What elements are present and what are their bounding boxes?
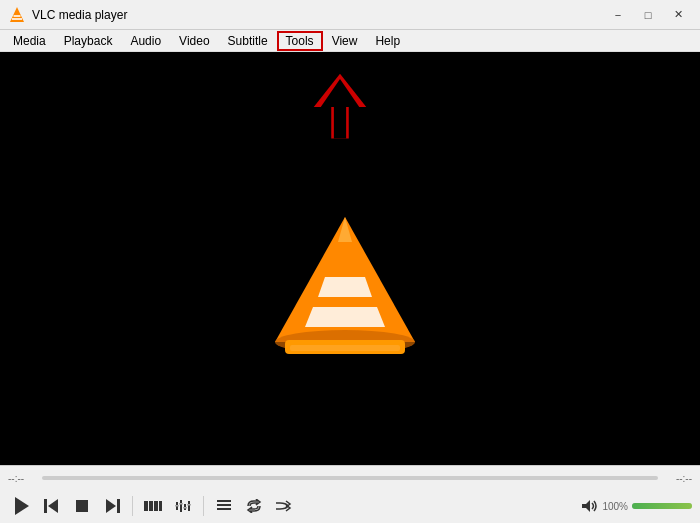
menu-item-subtitle[interactable]: Subtitle [219,31,277,51]
svg-marker-9 [318,277,372,297]
svg-rect-22 [159,501,162,511]
skip-forward-icon [104,499,120,513]
svg-rect-13 [290,345,400,351]
loop-icon [246,499,262,513]
svg-rect-24 [180,500,182,512]
volume-fill [632,503,692,509]
arrow-annotation [310,72,370,142]
svg-rect-29 [183,507,187,509]
skip-back-icon [44,499,60,513]
stop-button[interactable] [68,492,96,520]
equalizer-icon [175,499,191,513]
svg-rect-26 [188,501,190,511]
svg-rect-20 [149,501,153,511]
minimize-button[interactable]: − [604,5,632,25]
svg-rect-28 [179,503,183,505]
progress-track[interactable] [42,476,658,480]
svg-rect-2 [14,15,21,17]
svg-marker-36 [582,500,590,512]
volume-area: 100% [582,499,692,513]
svg-marker-8 [305,307,385,327]
svg-rect-19 [144,501,148,511]
previous-button[interactable] [38,492,66,520]
next-button[interactable] [98,492,126,520]
video-area[interactable] [0,52,700,465]
frame-icon [144,499,162,513]
svg-rect-27 [175,505,179,507]
menu-item-tools[interactable]: Tools [277,31,323,51]
volume-percent: 100% [602,501,628,512]
svg-rect-5 [334,107,346,139]
time-remaining: --:-- [662,473,692,484]
separator-2 [203,496,204,516]
random-button[interactable] [270,492,298,520]
menu-item-help[interactable]: Help [366,31,409,51]
play-button[interactable] [8,492,36,520]
svg-marker-18 [106,499,116,513]
svg-rect-14 [44,499,47,513]
volume-bar[interactable] [632,503,692,509]
volume-icon [582,499,598,513]
maximize-button[interactable]: □ [634,5,662,25]
menubar: Media Playback Audio Video Subtitle Tool… [0,30,700,52]
svg-rect-33 [217,508,231,510]
window-controls: − □ ✕ [604,5,692,25]
playlist-button[interactable] [210,492,238,520]
svg-rect-17 [117,499,120,513]
play-icon [15,497,29,515]
equalizer-button[interactable] [169,492,197,520]
random-icon [276,499,292,513]
frame-button[interactable] [139,492,167,520]
menu-item-audio[interactable]: Audio [121,31,170,51]
close-button[interactable]: ✕ [664,5,692,25]
loop-button[interactable] [240,492,268,520]
menu-item-video[interactable]: Video [170,31,218,51]
svg-marker-15 [48,499,58,513]
controls-row: 100% [0,488,700,523]
vlc-logo [270,212,420,362]
menu-item-view[interactable]: View [323,31,367,51]
controls-area: --:-- --:-- [0,465,700,523]
svg-rect-31 [217,500,231,502]
svg-rect-1 [12,18,22,20]
stop-icon [76,500,88,512]
svg-rect-21 [154,501,158,511]
time-elapsed: --:-- [8,473,38,484]
titlebar: VLC media player − □ ✕ [0,0,700,30]
playlist-icon [217,500,231,512]
progress-bar-container: --:-- --:-- [0,466,700,488]
svg-rect-32 [217,504,231,506]
app-title: VLC media player [32,8,604,22]
separator-1 [132,496,133,516]
menu-item-playback[interactable]: Playback [55,31,122,51]
svg-rect-16 [76,500,88,512]
menu-item-media[interactable]: Media [4,31,55,51]
svg-rect-30 [187,504,191,506]
vlc-app-icon [8,6,26,24]
